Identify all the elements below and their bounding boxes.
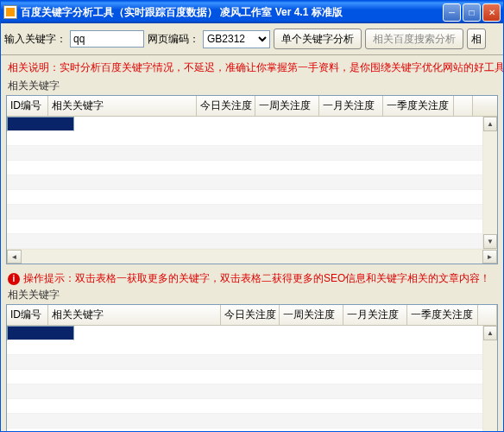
scroll-right-icon[interactable]: ► [482, 250, 497, 264]
col-quarter[interactable]: 一季度关注度 [383, 96, 454, 116]
table-row[interactable] [7, 384, 482, 399]
encoding-select[interactable]: GB2312 [203, 30, 270, 48]
table-row[interactable] [7, 326, 74, 340]
group-2: 相关关键字 ID编号 相关关键字 今日关注度 一周关注度 一月关注度 一季度关注… [6, 288, 498, 432]
cut-button[interactable]: 相 [467, 29, 486, 49]
minimize-button[interactable]: ─ [443, 3, 461, 22]
table-row[interactable] [7, 131, 482, 146]
table-row[interactable] [7, 175, 482, 190]
titlebar: 百度关键字分析工具（实时跟踪百度数据） 凌风工作室 Ver 4.1 标准版 ─ … [1, 1, 503, 23]
table-row[interactable] [7, 399, 482, 414]
table-row[interactable] [7, 190, 482, 205]
table-1: ID编号 相关关键字 今日关注度 一周关注度 一月关注度 一季度关注度 ▲ [6, 95, 498, 264]
app-icon [3, 5, 17, 19]
description-text: 相关说明：实时分析百度关键字情况，不延迟，准确让你掌握第一手资料，是你围绕关键字… [1, 55, 503, 79]
col-month[interactable]: 一月关注度 [319, 96, 383, 116]
keyword-input[interactable] [70, 30, 144, 48]
single-analyze-button[interactable]: 单个关键字分析 [274, 29, 362, 49]
table-row[interactable] [7, 161, 482, 175]
table-2: ID编号 相关关键字 今日关注度 一周关注度 一月关注度 一季度关注度 ▲ [6, 304, 498, 432]
scroll-up-icon[interactable]: ▲ [483, 117, 497, 131]
window-title: 百度关键字分析工具（实时跟踪百度数据） 凌风工作室 Ver 4.1 标准版 [21, 5, 443, 20]
col-id[interactable]: ID编号 [7, 305, 48, 325]
table-row[interactable] [7, 146, 482, 161]
col-week[interactable]: 一周关注度 [280, 305, 343, 325]
toolbar: 输入关键字： 网页编码： GB2312 单个关键字分析 相关百度搜索分析 相 [1, 23, 503, 55]
vscrollbar[interactable]: ▲ ▼ [482, 117, 497, 249]
col-extra[interactable] [478, 305, 497, 325]
table-2-header: ID编号 相关关键字 今日关注度 一周关注度 一月关注度 一季度关注度 [7, 305, 497, 326]
col-today[interactable]: 今日关注度 [197, 96, 255, 116]
table-row[interactable] [7, 205, 482, 219]
table-row[interactable] [7, 414, 482, 429]
table-row[interactable] [7, 219, 482, 234]
encoding-label: 网页编码： [148, 32, 199, 47]
col-quarter[interactable]: 一季度关注度 [407, 305, 478, 325]
table-1-header: ID编号 相关关键字 今日关注度 一周关注度 一月关注度 一季度关注度 [7, 96, 497, 117]
close-button[interactable]: ✕ [482, 3, 501, 22]
col-id[interactable]: ID编号 [7, 96, 48, 116]
tip-text: 操作提示：双击表格一获取更多的关键字，双击表格二获得更多的SEO信息和关键字相关… [23, 271, 490, 286]
table-1-body[interactable] [7, 117, 482, 249]
table-row[interactable] [7, 370, 482, 384]
table-row[interactable] [7, 234, 482, 249]
group-2-title: 相关关键字 [6, 288, 498, 304]
table-row[interactable] [7, 340, 482, 355]
col-keyword[interactable]: 相关关键字 [48, 96, 197, 116]
table-row[interactable] [7, 117, 74, 131]
group-1-title: 相关关键字 [6, 79, 498, 95]
keyword-label: 输入关键字： [4, 32, 66, 47]
scroll-up-icon[interactable]: ▲ [483, 326, 497, 340]
tip-row: i 操作提示：双击表格一获取更多的关键字，双击表格二获得更多的SEO信息和关键字… [1, 268, 503, 288]
scroll-left-icon[interactable]: ◄ [7, 250, 22, 264]
hscrollbar[interactable]: ◄ ► [7, 249, 497, 264]
table-row[interactable] [7, 429, 482, 432]
maximize-button[interactable]: □ [463, 3, 481, 22]
scroll-down-icon[interactable]: ▼ [483, 234, 497, 249]
col-month[interactable]: 一月关注度 [343, 305, 407, 325]
col-week[interactable]: 一周关注度 [255, 96, 319, 116]
info-icon: i [8, 273, 20, 285]
related-analyze-button[interactable]: 相关百度搜索分析 [365, 29, 463, 49]
vscrollbar[interactable]: ▲ ▼ [482, 326, 497, 432]
table-row[interactable] [7, 355, 482, 370]
col-keyword[interactable]: 相关关键字 [48, 305, 221, 325]
col-today[interactable]: 今日关注度 [221, 305, 280, 325]
col-extra[interactable] [454, 96, 473, 116]
group-1: 相关关键字 ID编号 相关关键字 今日关注度 一周关注度 一月关注度 一季度关注… [6, 79, 498, 264]
table-2-body[interactable] [7, 326, 482, 432]
